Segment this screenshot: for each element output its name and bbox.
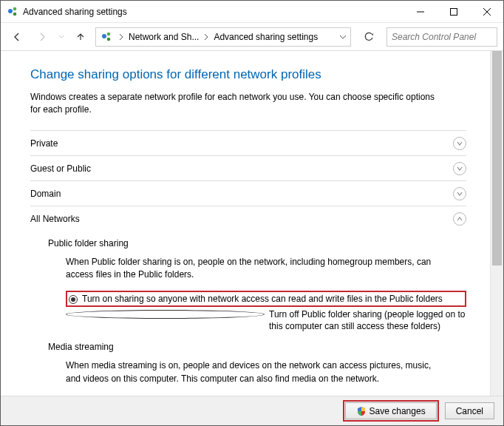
window-title: Advanced sharing settings <box>23 7 127 17</box>
section-all-networks[interactable]: All Networks <box>30 206 466 231</box>
chevron-down-icon[interactable] <box>453 162 466 175</box>
radio-on-label[interactable]: Turn on sharing so anyone with network a… <box>82 294 443 304</box>
breadcrumb-network[interactable]: Network and Sh... <box>126 32 202 42</box>
radio-off-label[interactable]: Turn off Public folder sharing (people l… <box>269 308 466 334</box>
chevron-down-icon[interactable] <box>453 137 466 150</box>
titlebar: Advanced sharing settings <box>1 1 503 23</box>
svg-point-8 <box>107 32 111 36</box>
location-icon <box>96 31 117 43</box>
svg-point-0 <box>8 9 13 13</box>
content-area: Change sharing options for different net… <box>1 51 503 396</box>
chevron-down-icon[interactable] <box>453 187 466 200</box>
subsection-public-folder: Public folder sharing When Public folder… <box>30 231 466 334</box>
subsection-media-streaming: Media streaming When media streaming is … <box>30 334 466 396</box>
minimize-button[interactable] <box>403 1 437 22</box>
svg-point-9 <box>107 37 111 41</box>
chevron-up-icon[interactable] <box>453 212 466 226</box>
radio-group-public-folder: Turn on sharing so anyone with network a… <box>48 291 466 335</box>
svg-point-2 <box>13 12 17 16</box>
scroll-thumb[interactable] <box>492 51 502 266</box>
refresh-button[interactable] <box>358 27 379 47</box>
sub-title: Media streaming <box>48 342 466 352</box>
section-label: Private <box>30 138 453 149</box>
maximize-button[interactable] <box>437 1 470 22</box>
svg-rect-4 <box>450 8 457 15</box>
chevron-right-icon[interactable] <box>202 33 211 41</box>
section-label: Domain <box>30 189 453 199</box>
cancel-button[interactable]: Cancel <box>445 402 494 419</box>
highlight-box: Turn on sharing so anyone with network a… <box>66 291 466 307</box>
forward-button[interactable] <box>32 27 52 47</box>
close-button[interactable] <box>470 1 503 22</box>
radio-on[interactable] <box>69 295 78 304</box>
scrollbar[interactable] <box>490 51 503 396</box>
back-button[interactable] <box>7 27 27 47</box>
cancel-button-label: Cancel <box>456 406 483 416</box>
window-controls <box>403 1 503 22</box>
address-dropdown[interactable] <box>336 28 350 46</box>
shield-icon <box>356 406 367 416</box>
section-label: All Networks <box>30 214 453 224</box>
chevron-right-icon[interactable] <box>117 33 126 41</box>
addressbar[interactable]: Network and Sh... Advanced sharing setti… <box>95 27 351 47</box>
radio-off[interactable] <box>66 310 265 319</box>
footer: Save changes Cancel <box>1 396 503 425</box>
search-box[interactable] <box>386 27 497 47</box>
save-button[interactable]: Save changes <box>345 402 437 419</box>
up-button[interactable] <box>70 27 91 47</box>
breadcrumb-advanced[interactable]: Advanced sharing settings <box>211 32 321 42</box>
search-input[interactable] <box>392 32 503 42</box>
svg-point-1 <box>13 7 17 10</box>
window: Advanced sharing settings Network and Sh… <box>0 0 504 426</box>
section-guest[interactable]: Guest or Public <box>30 155 466 180</box>
page-description: Windows creates a separate network profi… <box>30 91 444 117</box>
navbar: Network and Sh... Advanced sharing setti… <box>1 23 503 51</box>
section-label: Guest or Public <box>30 163 453 174</box>
sub-description: When media streaming is on, people and d… <box>48 359 447 385</box>
svg-point-7 <box>102 34 106 38</box>
page-title: Change sharing options for different net… <box>30 67 466 82</box>
section-private[interactable]: Private <box>30 130 466 155</box>
save-button-label: Save changes <box>370 406 426 416</box>
app-icon <box>7 6 18 18</box>
history-dropdown[interactable] <box>57 35 66 39</box>
sub-description: When Public folder sharing is on, people… <box>48 256 447 282</box>
section-domain[interactable]: Domain <box>30 180 466 206</box>
sub-title: Public folder sharing <box>48 238 466 248</box>
highlight-box: Save changes <box>343 400 439 422</box>
